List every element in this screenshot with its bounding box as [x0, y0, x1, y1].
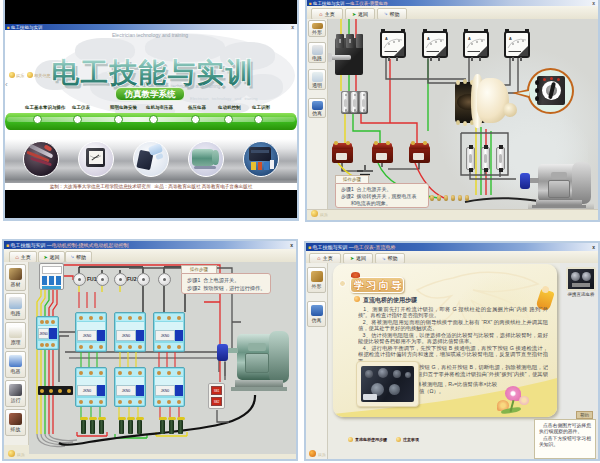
svg-text:学习向导: 学习向导 — [353, 279, 403, 291]
svg-text:A: A — [427, 37, 430, 41]
svg-text:A: A — [385, 37, 388, 41]
svg-text:A: A — [509, 37, 512, 41]
svg-text:A: A — [468, 37, 471, 41]
